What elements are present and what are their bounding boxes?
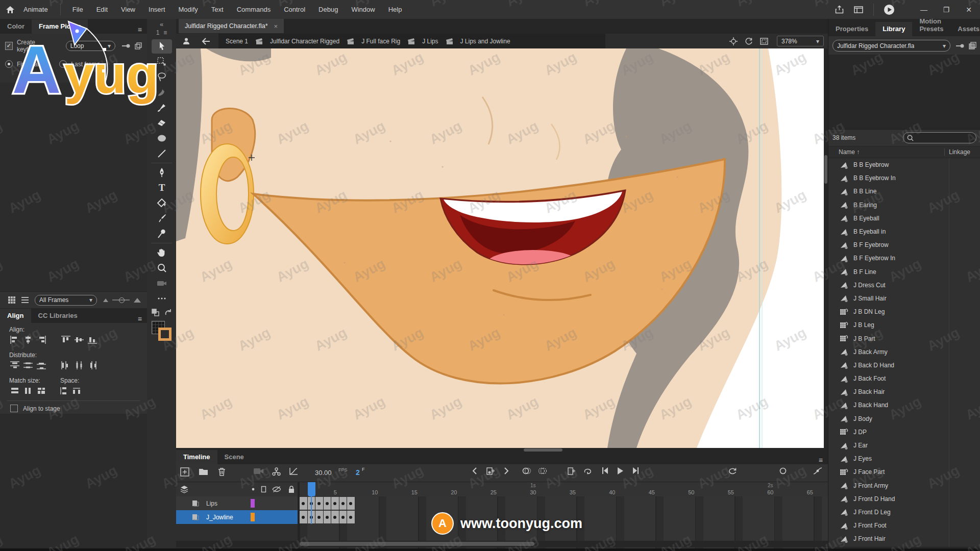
loop-playback-icon[interactable] [728, 467, 737, 477]
library-item[interactable]: J Ear [828, 439, 980, 452]
outline-layers-icon[interactable] [261, 485, 270, 495]
all-frames-select[interactable]: All Frames▾ [35, 295, 97, 306]
library-item[interactable]: J Front D Hand [828, 492, 980, 506]
insert-frame-icon[interactable] [568, 467, 575, 477]
tab-cc-libraries[interactable]: CC Libraries [31, 309, 85, 323]
breadcrumb-item[interactable]: Julfidar Character Rigged [270, 38, 339, 45]
library-item[interactable]: J Front Foot [828, 519, 980, 532]
current-frame-value[interactable]: 2 [356, 468, 360, 477]
tab-scene[interactable]: Scene [217, 450, 251, 464]
library-item[interactable]: J Back Army [828, 345, 980, 359]
menu-text[interactable]: Text [205, 6, 230, 13]
menu-help[interactable]: Help [382, 6, 409, 13]
share-icon[interactable] [829, 5, 849, 14]
test-movie-icon[interactable] [879, 4, 899, 15]
column-header-name[interactable]: Name ↑ [839, 148, 860, 156]
close-button[interactable]: ✕ [958, 0, 980, 19]
onion-marker-icon[interactable] [779, 467, 787, 476]
align-right-button[interactable] [35, 334, 48, 345]
panel-menu-icon[interactable]: ≡ [814, 456, 828, 464]
playhead-marker[interactable] [308, 482, 316, 496]
loop-select[interactable]: Loop▾ [66, 41, 115, 51]
library-search-input[interactable] [903, 132, 976, 143]
layer-row[interactable]: J_Jowline [176, 510, 298, 524]
match-height-button[interactable] [21, 385, 35, 396]
tab-library[interactable]: Library [875, 22, 912, 36]
eraser-tool[interactable] [152, 116, 172, 130]
library-item[interactable]: B F Eyebrow [828, 238, 980, 252]
layer-frames[interactable] [300, 496, 828, 510]
fill-color-swatch[interactable] [158, 328, 172, 341]
breadcrumb-item[interactable]: Scene 1 [226, 38, 248, 45]
keyframe-cell[interactable] [347, 511, 355, 523]
onion-skin-outlines-icon[interactable] [538, 467, 547, 476]
workspace-icon[interactable] [849, 6, 868, 13]
oval-tool[interactable] [152, 131, 172, 145]
step-back-icon[interactable] [602, 467, 608, 475]
menu-modify[interactable]: Modify [172, 6, 205, 13]
scrollbar-thumb[interactable] [524, 448, 562, 452]
dist-left-button[interactable] [59, 360, 72, 371]
menu-window[interactable]: Window [345, 6, 381, 13]
canvas-vertical-scrollbar[interactable] [824, 48, 828, 448]
align-top-button[interactable] [59, 334, 72, 345]
align-left-button[interactable] [8, 334, 21, 345]
library-item[interactable]: J Eyes [828, 452, 980, 465]
eyedropper-tool[interactable] [152, 211, 172, 226]
library-document-select[interactable]: Julfidar Rigged Character.fla▾ [832, 40, 950, 52]
dist-vcenter-button[interactable] [21, 360, 35, 371]
menu-debug[interactable]: Debug [312, 6, 345, 13]
align-bottom-button[interactable] [86, 334, 99, 345]
insert-keyframe-icon[interactable] [486, 467, 495, 477]
classic-brush-tool[interactable] [152, 101, 172, 115]
graph-view-icon[interactable] [289, 467, 298, 477]
keyframe-cell[interactable] [324, 511, 332, 523]
library-item[interactable]: B Earing [828, 198, 980, 212]
camera-tool[interactable] [152, 276, 172, 290]
line-tool[interactable] [152, 146, 172, 161]
keyframe-cell[interactable] [300, 497, 308, 510]
back-arrow-icon[interactable] [202, 38, 210, 45]
prev-keyframe-icon[interactable] [472, 467, 477, 476]
pin-library-icon[interactable] [955, 43, 965, 48]
add-folder-icon[interactable] [199, 467, 208, 477]
layer-parenting-icon[interactable] [272, 467, 281, 478]
space-vertical-button[interactable] [57, 385, 70, 396]
close-tab-icon[interactable]: × [274, 22, 278, 30]
delete-layer-icon[interactable] [218, 467, 226, 478]
library-item[interactable]: J B Leg [828, 318, 980, 332]
rotate-view-icon[interactable] [741, 37, 756, 45]
keyframe-cell[interactable] [331, 511, 339, 523]
text-tool[interactable]: T [152, 181, 172, 195]
onion-skin-icon[interactable] [522, 467, 531, 476]
tab-motion-presets[interactable]: Motion Presets [912, 14, 950, 36]
scrollbar-thumb[interactable] [300, 542, 534, 546]
library-item[interactable]: J Front Hair [828, 532, 980, 545]
tab-timeline[interactable]: Timeline [176, 450, 217, 464]
library-item[interactable]: J Body [828, 412, 980, 425]
align-vmiddle-button[interactable] [72, 334, 86, 345]
menu-insert[interactable]: Insert [142, 6, 172, 13]
library-item[interactable]: J B DN Leg [828, 305, 980, 318]
graph-editor-icon[interactable] [813, 467, 822, 476]
library-item[interactable]: B F Line [828, 265, 980, 279]
pin-icon[interactable] [121, 43, 131, 48]
library-item[interactable]: J Back D Hand [828, 359, 980, 372]
tab-align[interactable]: Align [0, 309, 31, 323]
grid-view-icon[interactable] [8, 296, 15, 304]
library-item[interactable]: J Front D Leg [828, 506, 980, 519]
keyframe-cell[interactable] [331, 497, 339, 510]
home-icon[interactable] [0, 6, 20, 14]
panel-menu-icon[interactable]: ≡ [133, 26, 147, 34]
edit-symbols-icon[interactable] [182, 37, 190, 45]
keyframe-cell[interactable] [339, 497, 348, 510]
canvas-horizontal-scrollbar[interactable] [176, 448, 828, 452]
keyframe-cell[interactable] [315, 511, 324, 523]
library-item[interactable]: B Eyeball [828, 212, 980, 225]
tab-properties[interactable]: Properties [828, 22, 875, 36]
zoom-tool[interactable] [152, 261, 172, 275]
library-item[interactable]: B B Line [828, 185, 980, 198]
free-transform-tool[interactable] [152, 55, 172, 69]
add-layer-icon[interactable] [180, 467, 189, 478]
layers-icon[interactable] [180, 485, 189, 495]
